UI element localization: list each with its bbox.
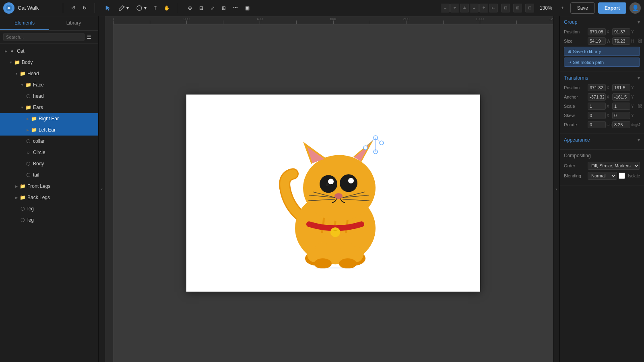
hand-tool[interactable]: ✋ <box>161 2 173 14</box>
align-right[interactable]: ⫡ <box>460 4 469 12</box>
rotate-turn[interactable] <box>588 121 606 128</box>
transform-tools: ⊕ ⊟ ⤢ ⊞ 〜 ▣ <box>185 2 253 14</box>
layer-left-ear[interactable]: ▶ 📁 Left Ear <box>0 124 98 136</box>
pos-x-input[interactable] <box>588 28 606 35</box>
collar-icon: ⬡ <box>25 138 31 144</box>
set-motion-path-label: Set motion path <box>573 60 604 65</box>
order-select[interactable]: Fill, Stroke, Markers <box>588 162 640 170</box>
project-title: Cat Walk <box>18 5 58 11</box>
layer-front-legs[interactable]: ▶ 📁 Front Legs <box>0 181 98 192</box>
save-button[interactable]: Save <box>570 2 595 14</box>
appearance-collapse[interactable]: ▾ <box>638 137 640 143</box>
zoom-in[interactable]: + <box>558 2 567 14</box>
layer-ears[interactable]: ▼ 📁 Ears <box>0 102 98 113</box>
warp-tool[interactable]: 〜 <box>230 2 241 14</box>
layer-back-legs[interactable]: ▶ 📁 Back Legs <box>0 192 98 203</box>
layers-list: ▶ ● Cat ▼ 📁 Body ▼ 📁 Head ▼ 📁 Face <box>0 44 98 362</box>
pen-tool[interactable]: ▾ <box>115 2 132 14</box>
skew-label: Skew <box>564 113 586 118</box>
size-w-group: W <box>588 37 611 45</box>
skew-y[interactable] <box>612 112 630 119</box>
align-bottom[interactable]: ⫦ <box>489 4 498 12</box>
rotate-reset-icon[interactable]: ↺ <box>637 122 641 128</box>
s-x: X <box>607 104 611 109</box>
align-tools: ⫠ ⫧ ⫡ ⫨ ⫩ ⫦ <box>441 4 498 12</box>
redo-button[interactable]: ↻ <box>79 2 90 14</box>
grid-btn[interactable]: ⊞ <box>513 4 522 12</box>
layer-circle[interactable]: ○ Circle <box>0 147 98 158</box>
layer-body-shape[interactable]: ⬡ Body <box>0 158 98 169</box>
set-motion-path-btn[interactable]: ⊸ Set motion path <box>564 58 640 67</box>
blending-select[interactable]: Normal <box>588 172 617 180</box>
layer-cat[interactable]: ▶ ● Cat <box>0 45 98 57</box>
shape-tool[interactable]: ▾ <box>133 2 150 14</box>
svg-point-11 <box>339 258 357 268</box>
body-shape-label: Body <box>33 161 98 167</box>
skew-x[interactable] <box>588 112 606 119</box>
align-center-v[interactable]: ⫩ <box>479 4 488 12</box>
transform-pos-y[interactable] <box>612 84 630 91</box>
size-h-input[interactable] <box>612 37 630 45</box>
distribute-tool[interactable]: ⊞ <box>219 2 229 14</box>
save-to-library-btn[interactable]: ⊞ Save to library <box>564 47 640 56</box>
scale-x[interactable] <box>588 103 606 110</box>
anchor-tool[interactable]: ⊕ <box>185 2 195 14</box>
order-row: Order Fill, Stroke, Markers <box>564 162 640 170</box>
layer-tail[interactable]: ⬡ tail <box>0 169 98 181</box>
layer-leg2[interactable]: ⬡ leg <box>0 214 98 226</box>
tab-library[interactable]: Library <box>49 16 98 30</box>
scale-row: Scale X Y ⛓ <box>564 103 640 110</box>
layer-face[interactable]: ▼ 📁 Face <box>0 79 98 90</box>
size-w-input[interactable] <box>588 37 606 45</box>
expand-back-legs: ▶ <box>14 195 19 200</box>
sk-x: X <box>607 113 611 118</box>
cat-illustration[interactable] <box>257 99 410 269</box>
rotate-deg-group: deg <box>612 121 635 128</box>
scale-y[interactable] <box>612 103 630 110</box>
list-view-btn[interactable]: ☰ <box>87 33 95 41</box>
color-swatch[interactable] <box>619 173 625 179</box>
resize-tool[interactable]: ⤢ <box>207 2 218 14</box>
search-input[interactable] <box>3 33 85 41</box>
group-tool[interactable]: ▣ <box>242 2 253 14</box>
rotate-deg[interactable] <box>612 121 630 128</box>
transform-pos-row: Position X Y <box>564 84 640 91</box>
svg-point-10 <box>314 258 332 268</box>
transform-pos-x[interactable] <box>588 84 606 91</box>
tab-elements[interactable]: Elements <box>0 16 49 30</box>
expand-right-ear: ▶ <box>25 116 31 121</box>
align-tool[interactable]: ⊟ <box>196 2 206 14</box>
size-h-group: H <box>612 37 635 45</box>
anchor-y[interactable] <box>612 93 630 101</box>
canvas-background[interactable] <box>186 95 480 292</box>
align-top[interactable]: ⫨ <box>470 4 479 12</box>
layer-body[interactable]: ▼ 📁 Body <box>0 57 98 68</box>
align-center-h[interactable]: ⫧ <box>450 4 459 12</box>
layer-head-shape[interactable]: ⬡ head <box>0 90 98 102</box>
select-tool[interactable] <box>101 2 114 14</box>
user-avatar[interactable]: 👤 <box>630 2 641 14</box>
text-tool[interactable]: T <box>151 2 160 14</box>
transforms-collapse[interactable]: ▾ <box>638 75 640 81</box>
main-area: Elements Library ☰ ▶ ● Cat ▼ 📁 Body ▼ 📁 <box>0 16 644 362</box>
proportional-lock-icon[interactable]: ⛓ <box>638 38 642 44</box>
snap-btn[interactable]: ⊡ <box>501 4 510 12</box>
anchor-x[interactable] <box>588 93 606 101</box>
scale-lock[interactable]: ⛓ <box>638 103 642 109</box>
panel-collapse-btn[interactable]: ‹ <box>99 16 105 362</box>
layer-collar[interactable]: ⬡ collar <box>0 136 98 147</box>
group-collapse-icon[interactable]: ▾ <box>638 19 640 25</box>
svg-point-20 <box>328 179 334 184</box>
align-left[interactable]: ⫠ <box>441 4 450 12</box>
layer-head[interactable]: ▼ 📁 Head <box>0 68 98 79</box>
crop-btn[interactable]: ⊡ <box>525 4 534 12</box>
pos-y-input[interactable] <box>612 28 630 35</box>
canvas-viewport[interactable] <box>113 24 553 362</box>
layer-right-ear[interactable]: ▶ 📁 Right Ear <box>0 113 98 124</box>
right-panel-collapse[interactable]: › <box>553 16 559 362</box>
anchor-x-group: X <box>588 93 611 101</box>
layer-leg1[interactable]: ⬡ leg <box>0 203 98 214</box>
group-header: Group ▾ <box>564 19 640 25</box>
export-button[interactable]: Export <box>598 2 626 14</box>
undo-button[interactable]: ↺ <box>68 2 78 14</box>
